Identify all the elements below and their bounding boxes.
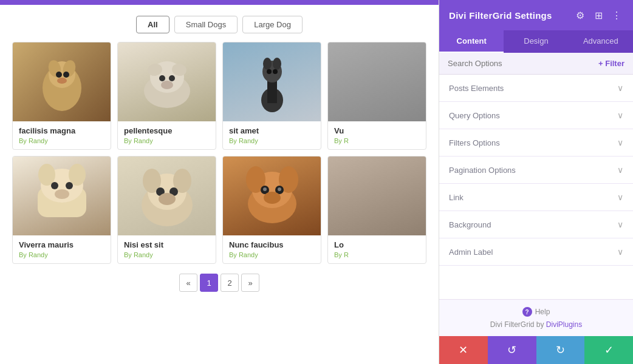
svg-point-25 xyxy=(51,182,58,189)
card-author: By R xyxy=(334,251,420,258)
svg-point-23 xyxy=(38,164,55,186)
card-image xyxy=(328,157,426,235)
svg-point-20 xyxy=(273,69,278,74)
grid-icon[interactable]: ⊞ xyxy=(592,8,605,22)
card-body: Lo By R xyxy=(328,235,426,263)
svg-point-11 xyxy=(159,75,165,81)
card-grid: facilisis magna By Randy pellentesque By… xyxy=(0,42,439,264)
section-link-header[interactable]: Link ∨ xyxy=(439,184,633,211)
settings-content: Posts Elements ∨ Query Options ∨ Filters… xyxy=(439,75,633,299)
section-admin-label-header[interactable]: Admin Label ∨ xyxy=(439,238,633,265)
filter-large-dog-button[interactable]: Large Dog xyxy=(242,16,303,33)
table-row: facilisis magna By Randy xyxy=(12,42,111,150)
redo-button[interactable]: ↻ xyxy=(536,336,585,364)
chevron-down-icon: ∨ xyxy=(617,110,623,120)
chevron-down-icon: ∨ xyxy=(617,83,623,93)
section-filters-options-label: Filters Options xyxy=(449,138,500,147)
card-image xyxy=(223,157,321,235)
settings-panel: Divi FilterGrid Settings ⚙ ⊞ ⋮ Content D… xyxy=(439,0,633,364)
card-title: pellentesque xyxy=(124,126,210,135)
section-query-options-header[interactable]: Query Options ∨ xyxy=(439,102,633,129)
svg-point-5 xyxy=(63,72,69,78)
card-title: sit amet xyxy=(229,126,315,135)
svg-point-17 xyxy=(263,58,272,70)
svg-point-24 xyxy=(69,164,86,186)
pagination-next[interactable]: » xyxy=(241,274,259,292)
filter-small-dogs-button[interactable]: Small Dogs xyxy=(174,16,238,33)
main-area: All Small Dogs Large Dog facilisis magna… xyxy=(0,0,439,364)
more-icon[interactable]: ⋮ xyxy=(610,8,623,22)
section-pagination-options: Pagination Options ∨ xyxy=(439,157,633,184)
panel-title: Divi FilterGrid Settings xyxy=(449,10,552,21)
pagination-page-2[interactable]: 2 xyxy=(221,274,239,292)
chevron-down-icon: ∨ xyxy=(617,138,623,147)
card-title: Lo xyxy=(334,240,420,249)
card-title: Viverra mauris xyxy=(19,240,104,249)
section-query-options: Query Options ∨ xyxy=(439,102,633,129)
section-admin-label-label: Admin Label xyxy=(449,248,493,257)
card-body: sit amet By Randy xyxy=(223,121,321,149)
undo-button[interactable]: ↺ xyxy=(488,336,536,364)
card-image xyxy=(118,42,216,121)
svg-point-4 xyxy=(56,72,62,78)
section-posts-elements-header[interactable]: Posts Elements ∨ xyxy=(439,75,633,101)
card-image xyxy=(13,157,111,235)
table-row: Viverra mauris By Randy xyxy=(12,156,111,264)
card-image xyxy=(118,157,216,235)
panel-actions: ✕ ↺ ↻ ✓ xyxy=(439,336,633,364)
card-author: By Randy xyxy=(19,251,104,258)
chevron-down-icon: ∨ xyxy=(617,247,623,257)
card-image xyxy=(223,42,321,121)
table-row: sit amet By Randy xyxy=(222,42,321,150)
section-background-label: Background xyxy=(449,220,491,229)
section-link-label: Link xyxy=(449,193,464,202)
card-author: By Randy xyxy=(124,251,210,258)
panel-footer: ? Help Divi FilterGrid by DiviPlugins xyxy=(439,299,633,336)
card-body: pellentesque By Randy xyxy=(118,121,216,149)
help-text: ? Help xyxy=(449,307,623,317)
table-row: Vu By R xyxy=(327,42,426,150)
tab-advanced[interactable]: Advanced xyxy=(569,30,633,53)
card-body: facilisis magna By Randy xyxy=(13,121,111,149)
card-image xyxy=(13,42,111,121)
save-button[interactable]: ✓ xyxy=(584,336,633,364)
diviplugins-link[interactable]: DiviPlugins xyxy=(546,320,582,329)
svg-point-41 xyxy=(264,192,281,204)
search-bar: + Filter xyxy=(439,53,633,75)
svg-point-26 xyxy=(66,182,73,189)
section-background: Background ∨ xyxy=(439,211,633,238)
chevron-down-icon: ∨ xyxy=(617,192,623,202)
tab-content[interactable]: Content xyxy=(439,30,504,53)
card-title: Nunc faucibus xyxy=(229,240,315,249)
top-bar xyxy=(0,0,439,5)
table-row: Nunc faucibus By Randy xyxy=(222,156,321,264)
section-pagination-options-header[interactable]: Pagination Options ∨ xyxy=(439,157,633,183)
card-body: Viverra mauris By Randy xyxy=(13,235,111,263)
table-row: Nisi est sit By Randy xyxy=(117,156,216,264)
tab-design[interactable]: Design xyxy=(504,30,568,53)
filter-all-button[interactable]: All xyxy=(136,16,169,33)
pagination: « 1 2 » xyxy=(0,264,439,302)
settings-icon[interactable]: ⚙ xyxy=(573,8,587,22)
cancel-button[interactable]: ✕ xyxy=(439,336,488,364)
card-author: By Randy xyxy=(19,137,104,144)
card-author: By R xyxy=(334,137,420,144)
card-image xyxy=(328,42,426,121)
card-body: Vu By R xyxy=(328,121,426,149)
pagination-prev[interactable]: « xyxy=(179,274,197,292)
section-link: Link ∨ xyxy=(439,184,633,211)
section-pagination-options-label: Pagination Options xyxy=(449,166,516,175)
panel-header-icons: ⚙ ⊞ ⋮ xyxy=(573,8,623,22)
add-filter-button[interactable]: + Filter xyxy=(598,59,624,68)
section-background-header[interactable]: Background ∨ xyxy=(439,211,633,238)
card-author: By Randy xyxy=(229,251,315,258)
card-title: Vu xyxy=(334,126,420,135)
pagination-page-1[interactable]: 1 xyxy=(200,274,218,292)
section-filters-options-header[interactable]: Filters Options ∨ xyxy=(439,129,633,156)
search-input[interactable] xyxy=(448,59,598,68)
card-title: Nisi est sit xyxy=(124,240,210,249)
svg-point-42 xyxy=(263,187,267,191)
help-label: Help xyxy=(535,308,550,316)
help-icon[interactable]: ? xyxy=(522,307,532,317)
svg-point-27 xyxy=(55,189,69,199)
